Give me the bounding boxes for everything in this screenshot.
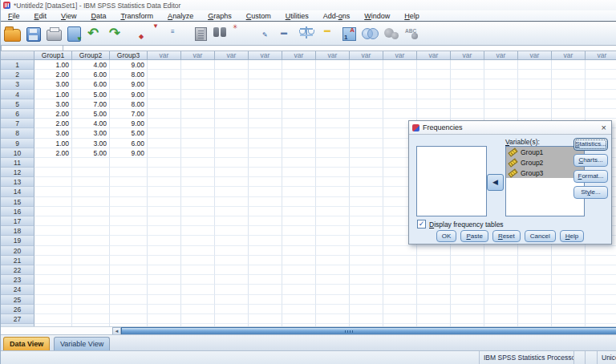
empty-cell[interactable] bbox=[181, 265, 215, 275]
empty-cell[interactable] bbox=[350, 226, 383, 236]
empty-cell[interactable] bbox=[249, 168, 282, 177]
column-header-group2[interactable]: Group2 bbox=[72, 51, 110, 60]
empty-cell[interactable] bbox=[518, 295, 552, 305]
empty-cell[interactable] bbox=[282, 305, 316, 314]
weight-cases-icon[interactable] bbox=[299, 26, 315, 42]
empty-cell[interactable] bbox=[316, 226, 350, 236]
data-cell[interactable] bbox=[110, 236, 148, 245]
data-cell[interactable] bbox=[110, 275, 148, 285]
data-cell[interactable]: 9.00 bbox=[110, 148, 148, 158]
column-header-var[interactable]: var bbox=[282, 51, 316, 60]
empty-cell[interactable] bbox=[350, 109, 383, 119]
empty-cell[interactable] bbox=[148, 158, 181, 168]
empty-cell[interactable] bbox=[586, 314, 616, 324]
value-labels-icon[interactable] bbox=[342, 27, 356, 41]
empty-cell[interactable] bbox=[316, 275, 350, 285]
empty-cell[interactable] bbox=[249, 285, 282, 294]
empty-cell[interactable] bbox=[282, 128, 316, 138]
column-header-var[interactable]: var bbox=[215, 51, 249, 60]
empty-cell[interactable] bbox=[451, 79, 484, 89]
empty-cell[interactable] bbox=[417, 295, 451, 305]
empty-cell[interactable] bbox=[148, 275, 181, 285]
empty-cell[interactable] bbox=[518, 90, 552, 99]
variable-item-group2[interactable]: Group2 bbox=[506, 157, 584, 168]
empty-cell[interactable] bbox=[518, 60, 552, 70]
goto-variable-icon[interactable]: ▼ bbox=[152, 26, 168, 42]
empty-cell[interactable] bbox=[316, 158, 350, 168]
data-cell[interactable] bbox=[72, 285, 110, 294]
empty-cell[interactable] bbox=[383, 295, 417, 305]
empty-cell[interactable] bbox=[552, 275, 586, 285]
column-header-var[interactable]: var bbox=[181, 51, 215, 60]
tab-data-view[interactable]: Data View bbox=[3, 337, 50, 350]
empty-cell[interactable] bbox=[350, 177, 383, 187]
menu-add-ons[interactable]: Add-ons bbox=[316, 12, 358, 20]
empty-cell[interactable] bbox=[148, 236, 181, 245]
cell-name-box[interactable] bbox=[1, 45, 63, 51]
empty-cell[interactable] bbox=[417, 285, 451, 294]
data-cell[interactable]: 3.00 bbox=[34, 79, 72, 89]
empty-cell[interactable] bbox=[215, 187, 249, 196]
data-cell[interactable] bbox=[72, 236, 110, 245]
empty-cell[interactable] bbox=[484, 314, 518, 324]
empty-cell[interactable] bbox=[350, 216, 383, 226]
empty-cell[interactable] bbox=[282, 119, 316, 128]
empty-cell[interactable] bbox=[350, 265, 383, 275]
empty-cell[interactable] bbox=[316, 79, 350, 89]
empty-cell[interactable] bbox=[350, 99, 383, 109]
data-cell[interactable] bbox=[72, 305, 110, 314]
data-cell[interactable] bbox=[34, 197, 72, 207]
empty-cell[interactable] bbox=[181, 60, 215, 70]
data-cell[interactable] bbox=[34, 295, 72, 305]
empty-cell[interactable] bbox=[316, 216, 350, 226]
data-cell[interactable] bbox=[110, 256, 148, 265]
move-variable-arrow-button[interactable]: ◀ bbox=[487, 174, 504, 191]
empty-cell[interactable] bbox=[181, 158, 215, 168]
row-header[interactable]: 2 bbox=[1, 70, 34, 79]
empty-cell[interactable] bbox=[316, 187, 350, 196]
empty-cell[interactable] bbox=[350, 187, 383, 196]
insert-variable-icon[interactable]: ✎ bbox=[256, 26, 272, 42]
data-cell[interactable]: 1.00 bbox=[34, 60, 72, 70]
data-cell[interactable] bbox=[110, 216, 148, 226]
data-cell[interactable] bbox=[72, 187, 110, 196]
empty-cell[interactable] bbox=[181, 90, 215, 99]
empty-cell[interactable] bbox=[215, 226, 249, 236]
empty-cell[interactable] bbox=[451, 90, 484, 99]
empty-cell[interactable] bbox=[586, 305, 616, 314]
data-cell[interactable]: 9.00 bbox=[110, 90, 148, 99]
empty-cell[interactable] bbox=[518, 265, 552, 275]
empty-cell[interactable] bbox=[316, 246, 350, 256]
display-frequency-tables-checkbox[interactable]: ✓ bbox=[417, 220, 426, 229]
empty-cell[interactable] bbox=[148, 177, 181, 187]
empty-cell[interactable] bbox=[586, 285, 616, 294]
data-cell[interactable] bbox=[34, 236, 72, 245]
empty-cell[interactable] bbox=[484, 99, 518, 109]
close-icon[interactable]: × bbox=[597, 122, 611, 133]
empty-cell[interactable] bbox=[383, 109, 417, 119]
empty-cell[interactable] bbox=[518, 275, 552, 285]
empty-cell[interactable] bbox=[282, 314, 316, 324]
empty-cell[interactable] bbox=[249, 139, 282, 148]
empty-cell[interactable] bbox=[181, 168, 215, 177]
data-cell[interactable]: 5.00 bbox=[110, 128, 148, 138]
data-cell[interactable] bbox=[72, 207, 110, 216]
select-cases-icon[interactable]: ▬ bbox=[321, 26, 337, 42]
empty-cell[interactable] bbox=[417, 314, 451, 324]
empty-cell[interactable] bbox=[181, 295, 215, 305]
empty-cell[interactable] bbox=[586, 90, 616, 99]
data-cell[interactable] bbox=[72, 265, 110, 275]
data-cell[interactable] bbox=[34, 285, 72, 294]
data-cell[interactable]: 3.00 bbox=[72, 128, 110, 138]
tab-variable-view[interactable]: Variable View bbox=[54, 337, 110, 350]
empty-cell[interactable] bbox=[552, 314, 586, 324]
empty-cell[interactable] bbox=[484, 70, 518, 79]
menu-data[interactable]: Data bbox=[83, 12, 113, 20]
empty-cell[interactable] bbox=[350, 158, 383, 168]
data-cell[interactable]: 2.00 bbox=[34, 109, 72, 119]
empty-cell[interactable] bbox=[181, 226, 215, 236]
empty-cell[interactable] bbox=[215, 285, 249, 294]
empty-cell[interactable] bbox=[417, 60, 451, 70]
dialog-titlebar[interactable]: Frequencies × bbox=[409, 121, 611, 135]
menu-analyze[interactable]: Analyze bbox=[160, 12, 201, 20]
